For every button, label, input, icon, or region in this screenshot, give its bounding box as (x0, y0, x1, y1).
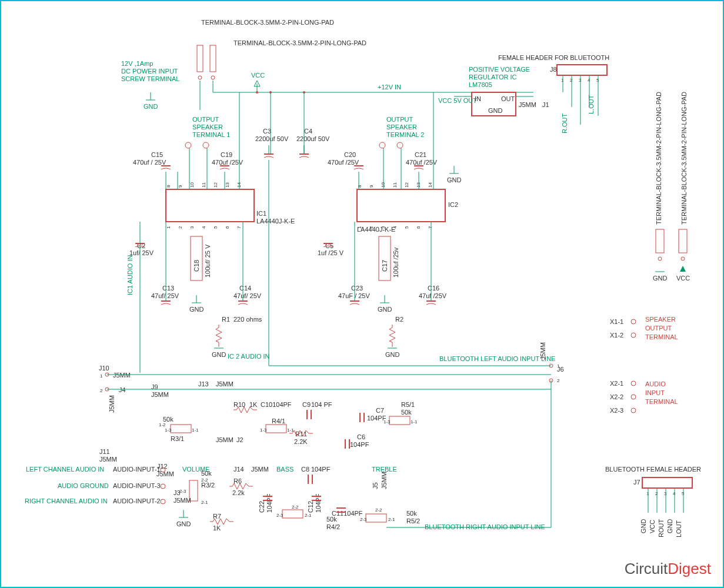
sp2-t2: SPEAKER (386, 123, 417, 131)
r6-val: 2.2k (232, 489, 245, 496)
x2-3-pin (631, 408, 636, 413)
schematic-frame: { "header": { "term1": "TERMINAL-BLOCK-3… (0, 0, 724, 588)
rout-label: R.OUT (561, 113, 568, 134)
svg-text:1: 1 (100, 373, 103, 379)
c23-val: 47uF / 25V (338, 292, 370, 299)
x2-1-pin (631, 381, 636, 386)
svg-text:3: 3 (189, 226, 195, 229)
power-line2: DC POWER INPUT (121, 68, 178, 75)
j3-ref: J3 (174, 489, 181, 496)
c9-val: 104 PF (311, 401, 332, 408)
svg-text:1-3: 1-3 (165, 427, 172, 433)
pot-r42 (282, 510, 303, 518)
j7-ref: J7 (633, 479, 640, 486)
circuitdigest-logo: CircuitDigest (625, 560, 711, 578)
svg-point-7 (256, 91, 258, 93)
svg-text:11: 11 (201, 182, 206, 188)
female-header-bt-label: FEMALE HEADER FOR BLUETOOTH (498, 54, 609, 61)
gnd-label-2: GND (447, 176, 462, 183)
svg-text:10: 10 (189, 182, 195, 188)
c15-ref: C15 (151, 151, 163, 158)
svg-rect-66 (379, 236, 391, 280)
r11-val: 2.2K (294, 438, 308, 445)
speaker-out-3: TERMINAL (645, 333, 678, 340)
bt-header-j8 (557, 65, 607, 75)
svg-text:5: 5 (404, 226, 409, 229)
svg-text:2: 2 (369, 226, 374, 229)
svg-point-124 (658, 257, 662, 260)
svg-text:1: 1 (357, 226, 362, 229)
svg-text:2-2: 2-2 (292, 505, 299, 510)
svg-text:6: 6 (225, 226, 230, 229)
svg-text:1-1: 1-1 (411, 419, 418, 425)
svg-text:4: 4 (201, 226, 206, 229)
svg-text:8: 8 (166, 185, 171, 188)
j4-ref: J4 (119, 386, 126, 393)
svg-text:1-3: 1-3 (383, 419, 391, 425)
r1-val: 220 ohms (233, 316, 262, 323)
gnd-audio: GND (176, 520, 191, 527)
plus12v-label: +12V IN (378, 83, 401, 91)
c14-val: 47uf/ 25V (233, 292, 262, 299)
c22-ref: C22 (258, 501, 265, 513)
c21-val: 470uf /25V (406, 159, 438, 166)
j5mm-j13: J5MM (216, 380, 233, 387)
reg-title1: POSITIVE VOLTAGE (469, 66, 530, 73)
reg-title2: REGULATOR IC (469, 74, 517, 81)
c3-ref: C3 (263, 128, 271, 135)
svg-text:1-2: 1-2 (159, 422, 166, 427)
term-block-symbol-2 (210, 45, 216, 72)
sp1-t2: SPEAKER (192, 123, 223, 131)
term-block-symbol-1 (197, 45, 203, 72)
r1-symbol (216, 325, 222, 347)
j5-ref: J5 (372, 482, 379, 489)
svg-text:2: 2 (178, 226, 183, 229)
r2-ref: R2 (395, 316, 403, 323)
term-pin-1 (198, 76, 202, 79)
r10-val: 1K (249, 401, 258, 408)
c15-val: 470uf / 25V (133, 159, 166, 166)
c17-ref: C17 (381, 260, 388, 272)
pot-r51 (389, 416, 410, 425)
svg-text:12: 12 (404, 182, 409, 188)
svg-point-125 (681, 257, 685, 260)
logo-part1: Circuit (625, 560, 668, 577)
svg-text:2-2: 2-2 (375, 507, 382, 513)
svg-text:9: 9 (369, 185, 374, 188)
c16-val: 47uf /25V (419, 292, 447, 299)
j7-lout: LOUT (675, 520, 682, 537)
bt-header-j7 (642, 477, 692, 488)
term-pin-2 (211, 76, 215, 79)
r7-ref: R7 (213, 513, 221, 520)
j5mm-j5: J5MM (381, 472, 388, 489)
c19-ref: C19 (221, 151, 232, 158)
j2-ref: J2 (236, 436, 243, 443)
svg-text:8: 8 (357, 185, 362, 188)
c16-ref: C16 (428, 285, 439, 292)
svg-text:11: 11 (392, 182, 398, 188)
svg-rect-65 (191, 236, 202, 280)
x2-2-label: X2-2 (610, 393, 623, 400)
left-ch-label: LEFT CHANNEL AUDIO IN (26, 466, 104, 473)
c7-ref: C7 (376, 407, 384, 414)
bt-left-label: BLUETOOTH LEFT AUDIO INPUT LINE (439, 355, 555, 362)
right-term2: TERMINAL-BLOCK-3.5MM-2-PIN-LONG-PAD (680, 92, 688, 225)
x1-1-pin (631, 319, 636, 324)
terminal-block-label-2: TERMINAL-BLOCK-3.5MM-2-PIN-LONG-PAD (233, 39, 366, 46)
c18-ref: C18 (193, 260, 200, 272)
svg-text:5: 5 (213, 226, 218, 229)
ic1-audio-in: IC1 AUDIO IN (126, 255, 134, 295)
audio-in-l2: INPUT (645, 389, 665, 396)
c4-val: 2200uf 50V (296, 135, 330, 142)
speaker1-pin1 (185, 142, 191, 148)
c9-ref: C9 (302, 401, 311, 408)
svg-text:2: 2 (557, 378, 560, 383)
audio-in-l1: AUDIO (645, 380, 666, 387)
r4-2-val: 50k (326, 516, 337, 523)
j7-vcc: VCC (649, 520, 656, 533)
x2-1-label: X2-1 (610, 380, 623, 387)
j5mm-j10: J5MM (113, 372, 131, 379)
vcc-label: VCC (251, 72, 265, 79)
gnd-r1: GND (212, 351, 226, 358)
vcc5v-label: VCC 5V OUT (438, 97, 477, 104)
